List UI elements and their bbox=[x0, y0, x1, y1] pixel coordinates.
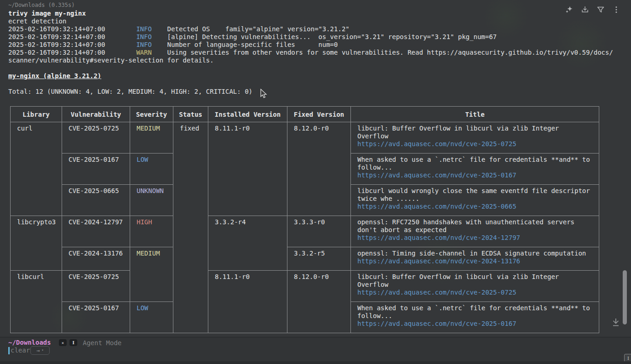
cell-severity: MEDIUM bbox=[130, 247, 173, 302]
cell-severity: HIGH bbox=[130, 216, 173, 247]
text: scanner/vulnerability#severity-selection… bbox=[8, 57, 214, 64]
info-badge[interactable]: I bbox=[69, 339, 77, 346]
column-header: Severity bbox=[130, 107, 173, 122]
cell-title: When asked to use a `.netrc` file for cr… bbox=[351, 154, 599, 185]
lvl-info-text: INFO bbox=[136, 33, 152, 40]
close-badge[interactable]: ✕ bbox=[59, 339, 67, 346]
log-line: ecret detection bbox=[8, 17, 631, 25]
log-line: 2025-02-16T09:32:14+07:00 INFO Number of… bbox=[8, 41, 631, 49]
log-line: 2025-02-16T09:32:14+07:00 WARN Using sev… bbox=[8, 49, 631, 57]
cell-fixed: 8.12.0-r0 bbox=[287, 271, 351, 333]
cell-vulnerability: CVE-2025-0167 bbox=[62, 154, 130, 185]
lvl-warn-text: WARN bbox=[136, 49, 152, 56]
prompt-directory: ~/Downloads bbox=[8, 339, 51, 346]
vulnerability-title: follow... bbox=[357, 312, 596, 320]
cell-installed: 3.3.2-r4 bbox=[208, 216, 287, 271]
cell-title: libcurl: Buffer Overflow in libcurl via … bbox=[351, 271, 599, 302]
vulnerability-title: Overflow bbox=[357, 132, 596, 140]
text: 2025-02-16T09:32:14+07:00 bbox=[8, 49, 136, 56]
table-row: curlCVE-2025-0725MEDIUMfixed8.11.1-r08.1… bbox=[11, 122, 599, 154]
column-header: Fixed Version bbox=[287, 107, 351, 122]
column-header: Title bbox=[351, 107, 599, 122]
summary-line: Total: 12 (UNKNOWN: 4, LOW: 2, MEDIUM: 4… bbox=[8, 88, 631, 96]
arrow-right-icon: → bbox=[36, 348, 40, 353]
cell-fixed: 3.3.2-r5 bbox=[287, 247, 351, 271]
cell-installed: 8.11.1-r0 bbox=[208, 122, 287, 216]
command-line: trivy image my-nginx bbox=[8, 10, 631, 17]
cell-library: libcurl bbox=[11, 271, 62, 333]
column-header: Vulnerability bbox=[62, 107, 130, 122]
cell-title: openssl: Timing side-channel in ECDSA si… bbox=[351, 247, 599, 271]
text: 2025-02-16T09:32:14+07:00 bbox=[8, 25, 136, 33]
vulnerability-link[interactable]: https://avd.aquasec.com/nvd/cve-2025-016… bbox=[357, 320, 596, 328]
lvl-info-text: INFO bbox=[136, 25, 152, 33]
column-header: Status bbox=[173, 107, 208, 122]
vulnerability-title: follow... bbox=[357, 164, 596, 171]
vulnerability-link[interactable]: https://avd.aquasec.com/nvd/cve-2024-131… bbox=[357, 257, 596, 265]
vulnerability-title: When asked to use a `.netrc` file for cr… bbox=[357, 304, 596, 312]
cell-title: libcurl would wrongly close the same eve… bbox=[351, 185, 599, 216]
vulnerability-link[interactable]: https://avd.aquasec.com/nvd/cve-2024-127… bbox=[357, 234, 596, 242]
mouse-cursor bbox=[260, 89, 267, 101]
cell-severity: MEDIUM bbox=[130, 122, 173, 154]
text: Total: 12 (UNKNOWN: 4, LOW: 2, MEDIUM: 4… bbox=[8, 88, 252, 95]
report-heading: my-nginx (alpine 3.21.2) bbox=[8, 72, 631, 80]
chevron-down-icon: ▾ bbox=[42, 349, 44, 352]
cell-severity: UNKNOWN bbox=[130, 185, 173, 216]
vulnerability-link[interactable]: https://avd.aquasec.com/nvd/cve-2025-072… bbox=[357, 289, 596, 296]
cell-vulnerability: CVE-2025-0725 bbox=[62, 271, 130, 302]
cell-vulnerability: CVE-2025-0725 bbox=[62, 122, 130, 154]
vulnerability-title: openssl: RFC7250 handshakes with unauthe… bbox=[357, 218, 596, 226]
terminal-line bbox=[8, 64, 631, 72]
vulnerability-title: libcurl would wrongly close the same eve… bbox=[357, 187, 596, 195]
cell-vulnerability: CVE-2025-0167 bbox=[62, 302, 130, 333]
cell-fixed: 3.3.3-r0 bbox=[287, 216, 351, 247]
table-row: libcrypto3CVE-2024-12797HIGH3.3.2-r43.3.… bbox=[11, 216, 599, 247]
column-header: Library bbox=[11, 107, 62, 122]
log-line: 2025-02-16T09:32:14+07:00 INFO [alpine] … bbox=[8, 33, 631, 41]
table-header-row: LibraryVulnerabilitySeverityStatusInstal… bbox=[11, 107, 599, 122]
vulnerability-title: twice whe ...... bbox=[357, 195, 596, 203]
cell-vulnerability: CVE-2024-13176 bbox=[62, 247, 130, 271]
vulnerability-link[interactable]: https://avd.aquasec.com/nvd/cve-2025-072… bbox=[357, 140, 596, 148]
text: Detected OS family="alpine" version="3.2… bbox=[152, 25, 350, 33]
vulnerability-table: LibraryVulnerabilitySeverityStatusInstal… bbox=[10, 106, 599, 333]
text: 2025-02-16T09:32:14+07:00 bbox=[8, 41, 136, 48]
input-pane[interactable]: ~/Downloads ✕ I Agent Mode clear → ▾ I bbox=[0, 337, 631, 362]
text: ecret detection bbox=[8, 17, 66, 25]
cell-title: openssl: RFC7250 handshakes with unauthe… bbox=[351, 216, 599, 247]
agent-mode-label: Agent Mode bbox=[83, 339, 121, 347]
bold-text: trivy image my-nginx bbox=[8, 10, 86, 17]
cell-severity: LOW bbox=[130, 302, 173, 333]
cell-severity: LOW bbox=[130, 154, 173, 185]
log-line: scanner/vulnerability#severity-selection… bbox=[8, 57, 631, 64]
scroll-to-bottom-button[interactable] bbox=[610, 317, 621, 329]
table-row: CVE-2024-13176MEDIUM3.3.2-r5openssl: Tim… bbox=[11, 247, 599, 271]
text: Using severities from other vendors for … bbox=[152, 49, 613, 56]
scrollbar-thumb[interactable] bbox=[623, 270, 627, 324]
cell-title: When asked to use a `.netrc` file for cr… bbox=[351, 302, 599, 333]
vulnerability-title: openssl: Timing side-channel in ECDSA si… bbox=[357, 250, 596, 257]
accept-suggestion-button[interactable]: → ▾ bbox=[30, 346, 50, 355]
vulnerability-title: Overflow bbox=[357, 281, 596, 289]
terminal-output: trivy image my-nginxecret detection2025-… bbox=[8, 10, 631, 96]
vulnerability-link[interactable]: https://avd.aquasec.com/nvd/cve-2025-066… bbox=[357, 203, 596, 210]
vulnerability-title: When asked to use a `.netrc` file for cr… bbox=[357, 156, 596, 164]
terminal-line bbox=[8, 80, 631, 88]
command-suggestion: clear bbox=[11, 347, 30, 354]
lvl-info-text: INFO bbox=[136, 41, 152, 48]
cell-vulnerability: CVE-2024-12797 bbox=[62, 216, 130, 247]
block-header: ~/Downloads (0.335s) bbox=[8, 2, 75, 8]
vulnerability-link[interactable]: https://avd.aquasec.com/nvd/cve-2025-016… bbox=[357, 171, 596, 179]
text: [alpine] Detecting vulnerabilities... os… bbox=[152, 33, 497, 40]
text: Number of language-specific files num=0 bbox=[152, 41, 338, 48]
cell-title: libcurl: Buffer Overflow in libcurl via … bbox=[351, 122, 599, 154]
cell-fixed: 8.12.0-r0 bbox=[287, 122, 351, 216]
cell-status: fixed bbox=[173, 122, 208, 333]
vulnerability-title: libcurl: Buffer Overflow in libcurl via … bbox=[357, 273, 596, 281]
table-row: libcurlCVE-2025-07258.11.1-r08.12.0-r0li… bbox=[11, 271, 599, 302]
window-bottom-edge bbox=[0, 361, 631, 364]
cell-library: libcrypto3 bbox=[11, 216, 62, 271]
vulnerability-title: libcurl: Buffer Overflow in libcurl via … bbox=[357, 125, 596, 132]
heading-text: my-nginx (alpine 3.21.2) bbox=[8, 72, 101, 80]
